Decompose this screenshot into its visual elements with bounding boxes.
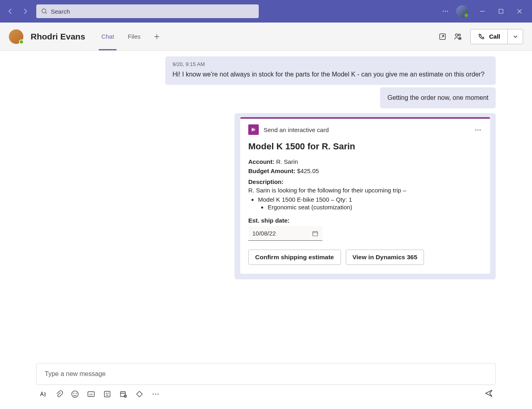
svg-rect-15 — [104, 391, 110, 397]
svg-rect-9 — [313, 231, 318, 236]
card-budget-row: Budget Amount: $425.05 — [248, 167, 482, 174]
chat-avatar[interactable] — [9, 29, 23, 44]
search-placeholder: Search — [51, 8, 70, 15]
card-app-label: Send an interactive card — [264, 126, 329, 133]
message-text: Hi! I know we're not always in stock for… — [172, 70, 488, 79]
phone-icon — [478, 33, 485, 40]
emoji-icon[interactable] — [71, 390, 79, 398]
call-menu-button[interactable] — [508, 29, 523, 44]
more-apps-icon[interactable] — [152, 390, 160, 398]
presence-icon — [19, 39, 24, 44]
confirm-shipping-button[interactable]: Confirm shipping estimate — [248, 250, 341, 265]
add-tab-button[interactable] — [150, 23, 163, 50]
compose-toolbar: GIF — [36, 387, 496, 401]
svg-rect-18 — [121, 392, 125, 397]
svg-point-20 — [153, 394, 154, 395]
message-incoming: 9/20, 9:15 AM Hi! I know we're not alway… — [165, 56, 496, 85]
more-options-button[interactable] — [436, 2, 455, 21]
attach-icon[interactable] — [55, 390, 63, 398]
chevron-down-icon — [513, 34, 518, 39]
adaptive-card-container: Send an interactive card ⋯ Model K 1500 … — [235, 113, 496, 279]
ship-date-input[interactable]: 10/08/22 — [248, 226, 322, 241]
svg-point-7 — [459, 34, 461, 36]
composer-area: Type a new message GIF — [0, 363, 532, 409]
nav-forward-button[interactable] — [18, 4, 32, 19]
nav-back-button[interactable] — [3, 4, 18, 19]
message-outgoing: Getting the order now, one moment — [380, 87, 496, 108]
tab-chat[interactable]: Chat — [97, 23, 118, 50]
format-icon[interactable] — [39, 390, 47, 398]
call-label: Call — [489, 33, 500, 40]
chat-title: Rhodri Evans — [31, 32, 85, 41]
current-user-avatar[interactable] — [456, 5, 468, 17]
message-area: 9/20, 9:15 AM Hi! I know we're not alway… — [0, 51, 532, 363]
sticker-icon[interactable] — [103, 390, 111, 398]
svg-point-2 — [445, 11, 446, 12]
tab-files[interactable]: Files — [124, 23, 145, 50]
search-input[interactable]: Search — [36, 4, 259, 18]
svg-point-1 — [443, 11, 444, 12]
svg-point-12 — [76, 393, 77, 394]
calendar-icon — [312, 230, 318, 237]
presence-icon — [464, 13, 469, 18]
power-automate-icon — [248, 124, 259, 135]
chat-tabs: Chat Files — [97, 23, 163, 50]
svg-text:GIF: GIF — [89, 393, 93, 396]
card-list-item: Model K 1500 E-bike 1500 – Qty: 1 — [258, 196, 482, 203]
svg-point-21 — [155, 394, 156, 395]
compose-input[interactable]: Type a new message — [36, 363, 496, 385]
svg-point-3 — [447, 11, 448, 12]
svg-point-17 — [108, 393, 108, 394]
card-description-text: R. Sarin is looking for the following fo… — [248, 187, 482, 194]
title-bar: Search — [0, 0, 532, 23]
card-more-button[interactable]: ⋯ — [475, 126, 482, 134]
card-list: Model K 1500 E-bike 1500 – Qty: 1 Ergono… — [248, 196, 482, 211]
svg-point-0 — [42, 9, 46, 13]
card-sublist-item: Ergonomic seat (customization) — [268, 204, 482, 211]
card-description-label: Description: — [248, 178, 482, 185]
call-button[interactable]: Call — [470, 29, 508, 44]
approvals-icon[interactable] — [135, 390, 143, 398]
window-minimize-button[interactable] — [473, 2, 492, 21]
schedule-icon[interactable] — [119, 390, 127, 398]
ship-date-label: Est. ship date: — [248, 217, 482, 224]
adaptive-card: Send an interactive card ⋯ Model K 1500 … — [240, 117, 490, 274]
compose-placeholder: Type a new message — [45, 370, 106, 378]
message-text: Getting the order now, one moment — [387, 93, 488, 103]
svg-rect-4 — [499, 9, 503, 13]
window-close-button[interactable] — [510, 2, 529, 21]
card-account-row: Account: R. Sarin — [248, 158, 482, 165]
popout-icon[interactable] — [435, 29, 450, 44]
message-timestamp: 9/20, 9:15 AM — [172, 61, 488, 67]
svg-point-16 — [106, 393, 107, 394]
add-people-icon[interactable] — [450, 29, 466, 44]
svg-point-10 — [72, 391, 78, 397]
ship-date-value: 10/08/22 — [252, 230, 276, 237]
send-button[interactable] — [484, 389, 493, 399]
svg-point-11 — [74, 393, 74, 394]
svg-point-22 — [158, 394, 159, 395]
search-icon — [41, 8, 48, 14]
view-dynamics-button[interactable]: View in Dynamics 365 — [346, 250, 424, 265]
chat-header: Rhodri Evans Chat Files Call — [0, 23, 532, 51]
gif-icon[interactable]: GIF — [87, 390, 95, 398]
card-title: Model K 1500 for R. Sarin — [248, 141, 482, 152]
svg-point-6 — [455, 34, 458, 36]
window-maximize-button[interactable] — [492, 2, 510, 21]
